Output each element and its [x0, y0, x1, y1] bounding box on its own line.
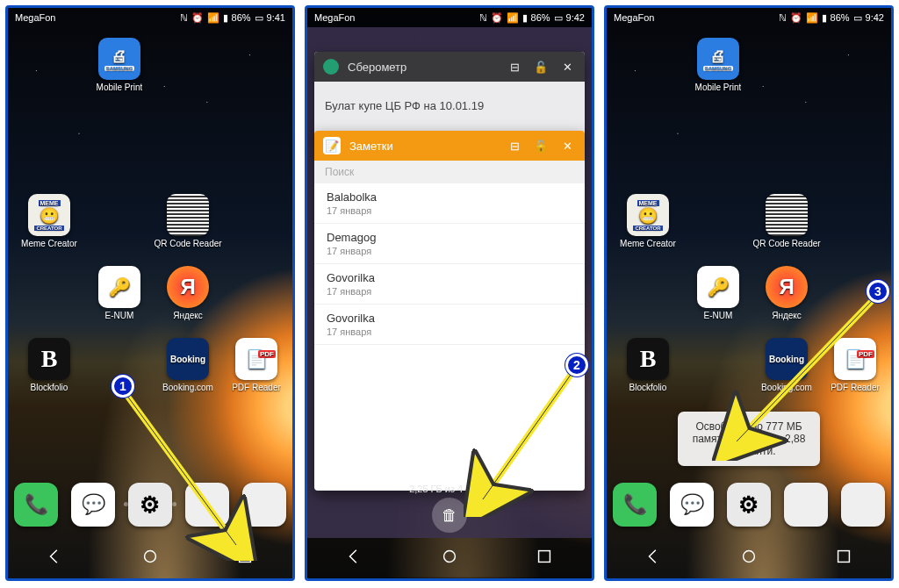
app-qr-reader[interactable]: QR Code Reader	[754, 194, 819, 248]
app-label: Mobile Print	[97, 82, 143, 92]
status-bar: MegaFon ℕ ⏰ 📶 ▮ 86% ▭ 9:41	[8, 8, 292, 27]
app-meme-creator[interactable]: MEME 😬 CREATOR Meme Creator	[615, 194, 680, 248]
svg-rect-9	[838, 551, 850, 563]
close-icon[interactable]: ✕	[558, 61, 576, 74]
nav-home-button[interactable]	[739, 547, 759, 570]
phone-screenshot-3: MegaFon ℕ ⏰ 📶 ▮ 86% ▭ 9:42 🖨 SAMSUNG Mob…	[604, 5, 894, 581]
battery-label: 86%	[232, 12, 251, 23]
app-label: Blockfolio	[629, 383, 667, 392]
app-blockfolio[interactable]: B Blockfolio	[17, 338, 82, 392]
battery-icon: ▭	[853, 12, 862, 24]
list-item[interactable]: Govorilka17 января	[314, 264, 585, 305]
annotation-badge-2: 2	[565, 354, 588, 376]
list-item[interactable]: Govorilka17 января	[314, 305, 585, 345]
carrier-label: MegaFon	[15, 12, 55, 23]
clock-label: 9:41	[267, 12, 285, 23]
battery-icon: ▭	[255, 12, 263, 24]
dock-phone[interactable]: 📞	[613, 483, 657, 527]
dock-folder-1[interactable]	[784, 483, 828, 527]
printer-icon: 🖨 SAMSUNG	[98, 38, 140, 80]
app-enum[interactable]: 🔑 E-NUM	[87, 266, 152, 320]
app-mobile-print[interactable]: 🖨 SAMSUNG Mobile Print	[686, 38, 751, 92]
app-label: QR Code Reader	[752, 239, 820, 248]
carrier-label: MegaFon	[314, 12, 355, 23]
annotation-arrow-1	[109, 376, 258, 561]
app-mobile-print[interactable]: 🖨 SAMSUNG Mobile Print	[87, 38, 152, 92]
clear-all-button[interactable]: 🗑	[432, 498, 467, 533]
close-icon[interactable]: ✕	[558, 140, 576, 153]
svg-rect-5	[539, 551, 550, 563]
nav-bar	[607, 538, 891, 578]
nfc-icon: ℕ	[479, 12, 487, 24]
list-item[interactable]: Demagog17 января	[314, 224, 585, 264]
dock-messages[interactable]: 💬	[670, 483, 714, 527]
annotation-arrow-2	[464, 359, 586, 517]
key-icon: 🔑	[98, 266, 140, 308]
wifi-icon: 📶	[207, 12, 219, 24]
battery-icon: ▭	[554, 12, 563, 24]
app-label: Mobile Print	[695, 82, 742, 92]
wifi-icon: 📶	[806, 12, 818, 24]
dock: 📞 💬 ⚙	[607, 473, 891, 536]
split-screen-icon[interactable]: ⊟	[506, 61, 523, 74]
card-body-text: Булат купе ЦБ РФ на 10.01.19	[325, 99, 484, 112]
signal-icon: ▮	[522, 12, 528, 24]
app-label: Meme Creator	[21, 239, 77, 248]
qr-icon	[766, 194, 808, 236]
notes-list: Balabolka17 января Demagog17 января Govo…	[314, 183, 585, 345]
notes-icon: 📝	[323, 137, 341, 154]
app-label: QR Code Reader	[154, 239, 221, 248]
battery-label: 86%	[531, 12, 550, 23]
nfc-icon: ℕ	[180, 12, 188, 24]
recent-card-sberometer[interactable]: Сберометр ⊟ 🔓 ✕ Булат купе ЦБ РФ на 10.0…	[314, 52, 585, 140]
app-label: E-NUM	[105, 311, 134, 320]
phone-screenshot-1: MegaFon ℕ ⏰ 📶 ▮ 86% ▭ 9:41 🖨 SAMSUNG Mob…	[5, 5, 295, 581]
dock-phone[interactable]: 📞	[14, 483, 58, 527]
dock-settings[interactable]: ⚙	[727, 483, 771, 527]
search-field[interactable]: Поиск	[314, 161, 585, 183]
annotation-badge-1: 1	[111, 375, 134, 398]
meme-icon: MEME 😬 CREATOR	[627, 194, 669, 236]
blockfolio-icon: B	[28, 338, 70, 380]
lock-icon[interactable]: 🔓	[532, 140, 550, 153]
phone-screenshot-2: MegaFon ℕ ⏰ 📶 ▮ 86% ▭ 9:42 Сберометр ⊟ 🔓…	[305, 5, 594, 581]
nfc-icon: ℕ	[779, 12, 787, 24]
pdf-icon: PDF 📄	[235, 338, 277, 380]
meme-icon: MEME 😬 CREATOR	[28, 194, 70, 236]
clock-label: 9:42	[866, 12, 884, 23]
app-blockfolio[interactable]: B Blockfolio	[615, 338, 680, 392]
app-yandex[interactable]: Я Яндекс	[155, 266, 220, 320]
dock-folder-2[interactable]	[841, 483, 885, 527]
card-title: Сберометр	[348, 61, 497, 74]
app-label: Meme Creator	[620, 239, 676, 248]
alarm-icon: ⏰	[790, 12, 802, 24]
app-label: Blockfolio	[31, 383, 68, 392]
signal-icon: ▮	[822, 12, 827, 24]
status-bar: MegaFon ℕ ⏰ 📶 ▮ 86% ▭ 9:42	[607, 8, 891, 27]
annotation-arrow-3	[712, 285, 888, 461]
svg-line-3	[125, 392, 236, 545]
alarm-icon: ⏰	[491, 12, 503, 24]
nav-back-button[interactable]	[644, 547, 664, 570]
alarm-icon: ⏰	[191, 12, 204, 24]
nav-back-button[interactable]	[46, 547, 65, 570]
list-item[interactable]: Balabolka17 января	[314, 183, 585, 224]
nav-back-button[interactable]	[345, 547, 364, 570]
split-screen-icon[interactable]: ⊟	[506, 140, 523, 153]
signal-icon: ▮	[223, 12, 228, 24]
qr-icon	[167, 194, 209, 236]
nav-recents-button[interactable]	[535, 547, 554, 570]
app-meme-creator[interactable]: MEME 😬 CREATOR Meme Creator	[17, 194, 82, 248]
nav-recents-button[interactable]	[834, 547, 853, 570]
booking-icon: Booking	[167, 338, 209, 380]
svg-line-11	[737, 301, 872, 441]
svg-point-4	[444, 551, 456, 563]
lock-icon[interactable]: 🔓	[532, 61, 550, 74]
annotation-badge-3: 3	[867, 280, 889, 303]
wifi-icon: 📶	[507, 12, 519, 24]
nav-home-button[interactable]	[440, 547, 459, 570]
clock-label: 9:42	[566, 12, 585, 23]
app-qr-reader[interactable]: QR Code Reader	[155, 194, 220, 248]
card-title: Заметки	[349, 140, 497, 153]
nav-bar	[307, 538, 592, 578]
